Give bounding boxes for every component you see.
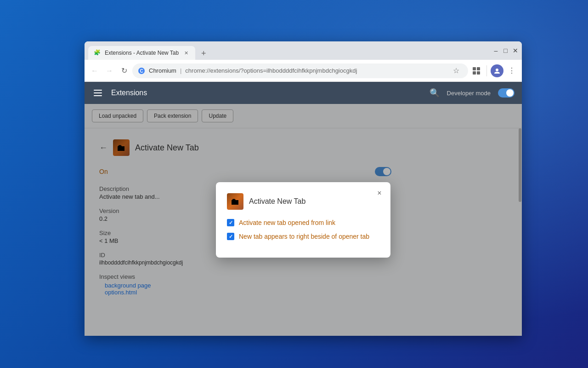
- window-controls: – □ ✕: [493, 48, 518, 54]
- options-modal: × 🖿 Activate New Tab Activate new tab op…: [216, 182, 390, 258]
- hamburger-line-1: [94, 90, 102, 91]
- minimize-button[interactable]: –: [493, 48, 499, 54]
- main-content: Load unpacked Pack extension Update ← 🖿 …: [85, 104, 522, 336]
- active-tab[interactable]: 🧩 Extensions - Activate New Tab ✕: [88, 46, 195, 60]
- tab-title: Extensions - Activate New Tab: [105, 50, 179, 56]
- forward-button[interactable]: →: [103, 64, 116, 77]
- bookmark-button[interactable]: ☆: [450, 64, 463, 77]
- extensions-page-title: Extensions: [111, 89, 147, 97]
- search-extensions-button[interactable]: 🔍: [430, 88, 440, 98]
- option1-checkbox[interactable]: [227, 219, 234, 226]
- close-button[interactable]: ✕: [512, 48, 518, 54]
- extensions-header: Extensions 🔍 Developer mode: [85, 82, 522, 104]
- divider: [486, 65, 487, 76]
- tab-favicon: 🧩: [94, 49, 101, 57]
- svg-rect-4: [473, 71, 476, 75]
- modal-title: Activate New Tab: [249, 197, 305, 206]
- svg-text:C: C: [140, 69, 143, 74]
- modal-overlay[interactable]: × 🖿 Activate New Tab Activate new tab op…: [85, 104, 522, 336]
- svg-point-6: [496, 69, 498, 71]
- new-tab-button[interactable]: +: [197, 47, 210, 60]
- svg-rect-5: [477, 71, 480, 75]
- modal-close-button[interactable]: ×: [374, 188, 385, 199]
- url-separator: |: [180, 67, 181, 74]
- url-bar[interactable]: C Chromium | chrome://extensions/?option…: [132, 63, 468, 78]
- maximize-button[interactable]: □: [503, 48, 509, 54]
- url-site-label: Chromium: [149, 67, 176, 74]
- profile-button[interactable]: [491, 64, 503, 77]
- title-bar: 🧩 Extensions - Activate New Tab ✕ + – □ …: [85, 41, 522, 60]
- svg-rect-2: [473, 67, 476, 70]
- back-button[interactable]: ←: [88, 64, 101, 77]
- modal-extension-icon: 🖿: [227, 193, 243, 210]
- developer-mode-toggle[interactable]: [498, 88, 514, 98]
- option1-text: Activate new tab opened from link: [239, 219, 335, 226]
- svg-rect-3: [477, 67, 480, 70]
- option2-text: New tab appears to right beside of opene…: [239, 233, 369, 240]
- extensions-button[interactable]: [470, 64, 483, 77]
- url-favicon: C: [138, 67, 145, 75]
- hamburger-menu[interactable]: [92, 88, 104, 98]
- option2-row[interactable]: New tab appears to right beside of opene…: [227, 233, 379, 240]
- address-bar: ← → ↻ C Chromium | chrome://extensions/?…: [85, 60, 522, 82]
- hamburger-line-3: [94, 95, 102, 96]
- browser-window: 🧩 Extensions - Activate New Tab ✕ + – □ …: [85, 41, 522, 336]
- hamburger-line-2: [94, 92, 102, 93]
- modal-header: 🖿 Activate New Tab: [227, 193, 379, 210]
- reload-button[interactable]: ↻: [118, 64, 130, 77]
- option2-checkbox[interactable]: [227, 233, 234, 240]
- dev-mode-label: Developer mode: [447, 90, 491, 97]
- tab-close-button[interactable]: ✕: [182, 49, 190, 57]
- header-actions: 🔍 Developer mode: [430, 88, 514, 98]
- option1-row[interactable]: Activate new tab opened from link: [227, 219, 379, 226]
- tab-strip: 🧩 Extensions - Activate New Tab ✕ +: [88, 41, 493, 60]
- menu-button[interactable]: ⋮: [505, 64, 518, 77]
- url-path: chrome://extensions/?options=ilhboddddfc…: [185, 67, 446, 74]
- toggle-knob: [506, 89, 514, 97]
